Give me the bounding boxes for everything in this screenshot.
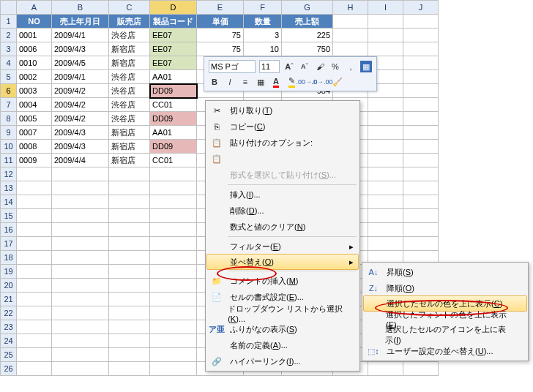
mini-toolbar[interactable]: Aˆ Aˇ 🖌 % , ▦ B I ≡ ▦ A ✎ .00→.0 .0→.00 …	[204, 56, 377, 91]
cell-13-I[interactable]	[368, 181, 403, 195]
col-header-D[interactable]: D	[150, 1, 197, 15]
cell-3-I[interactable]	[368, 42, 403, 56]
cell-2-C[interactable]: 渋谷店	[109, 29, 150, 42]
cell-2-J[interactable]	[403, 29, 439, 42]
cell-3-A[interactable]: 0006	[17, 42, 52, 56]
cell-7-A[interactable]: 0004	[17, 98, 52, 112]
cell-1-E[interactable]: 単価	[197, 15, 244, 29]
row-header-15[interactable]: 15	[1, 209, 17, 223]
cell-3-F[interactable]: 10	[244, 42, 282, 56]
cell-22-C[interactable]	[109, 306, 150, 320]
cell-7-D[interactable]: CC01	[150, 98, 197, 112]
cell-26-J[interactable]	[403, 362, 439, 376]
menu-item-3[interactable]: 📋	[207, 151, 358, 167]
cell-16-A[interactable]	[17, 223, 52, 237]
row-header-4[interactable]: 4	[1, 56, 17, 70]
cell-2-I[interactable]	[368, 29, 403, 42]
cell-17-I[interactable]	[368, 237, 403, 251]
cell-3-H[interactable]	[333, 42, 368, 56]
cell-2-H[interactable]	[333, 29, 368, 42]
cell-2-G[interactable]: 225	[282, 29, 333, 42]
cell-14-B[interactable]	[52, 195, 109, 209]
cell-16-B[interactable]	[52, 223, 109, 237]
shrink-font-icon[interactable]: Aˇ	[299, 61, 310, 72]
cell-14-C[interactable]	[109, 195, 150, 209]
cell-22-A[interactable]	[17, 306, 52, 320]
cell-9-C[interactable]: 新宿店	[109, 126, 150, 140]
cell-22-D[interactable]	[150, 306, 197, 320]
cell-24-A[interactable]	[17, 334, 52, 348]
cell-10-A[interactable]: 0008	[17, 140, 52, 154]
cell-10-I[interactable]	[368, 140, 403, 154]
cell-16-J[interactable]	[403, 223, 439, 237]
cell-19-A[interactable]	[17, 265, 52, 279]
row-header-8[interactable]: 8	[1, 112, 17, 126]
menu-item-17[interactable]: 名前の定義(A)...	[207, 337, 358, 353]
col-header-E[interactable]: E	[197, 1, 244, 15]
menu-item-7[interactable]: 削除(D)...	[207, 203, 358, 219]
clear-icon[interactable]: 🧹	[332, 76, 343, 88]
cell-1-G[interactable]: 売上額	[282, 15, 333, 29]
cell-26-D[interactable]	[150, 362, 197, 376]
row-header-16[interactable]: 16	[1, 223, 17, 237]
cell-1-I[interactable]	[368, 15, 403, 29]
col-header-A[interactable]: A	[17, 1, 52, 15]
row-header-21[interactable]: 21	[1, 293, 17, 306]
cell-7-J[interactable]	[403, 98, 439, 112]
border-icon[interactable]: ▦	[255, 76, 266, 88]
cell-15-I[interactable]	[368, 209, 403, 223]
cell-9-J[interactable]	[403, 126, 439, 140]
cell-4-C[interactable]: 新宿店	[109, 56, 150, 70]
cell-18-B[interactable]	[52, 251, 109, 265]
cell-5-A[interactable]: 0002	[17, 70, 52, 84]
cell-26-C[interactable]	[109, 362, 150, 376]
row-header-1[interactable]: 1	[1, 15, 17, 29]
cell-19-D[interactable]	[150, 265, 197, 279]
cell-2-B[interactable]: 2009/4/1	[52, 29, 109, 42]
cell-16-C[interactable]	[109, 223, 150, 237]
menu-item-16[interactable]: ア亜ふりがなの表示(S)	[207, 321, 358, 337]
cell-10-D[interactable]: DD09	[150, 140, 197, 154]
col-header-G[interactable]: G	[282, 1, 333, 15]
col-header-C[interactable]: C	[109, 1, 150, 15]
cell-22-B[interactable]	[52, 306, 109, 320]
cell-2-F[interactable]: 3	[244, 29, 282, 42]
cell-5-C[interactable]: 渋谷店	[109, 70, 150, 84]
cell-12-A[interactable]	[17, 167, 52, 181]
cell-2-E[interactable]: 75	[197, 29, 244, 42]
cell-24-B[interactable]	[52, 334, 109, 348]
menu-item-0[interactable]: A↓昇順(S)	[364, 264, 526, 280]
cell-10-C[interactable]: 新宿店	[109, 140, 150, 154]
menu-item-15[interactable]: ドロップダウン リストから選択(K)...	[207, 305, 358, 321]
col-header-I[interactable]: I	[368, 1, 403, 15]
cell-11-D[interactable]: CC01	[150, 154, 197, 167]
sort-submenu[interactable]: A↓昇順(S)Z↓降順(O)選択したセルの色を上に表示(C)選択したフォントの色…	[362, 262, 529, 361]
cell-3-G[interactable]: 750	[282, 42, 333, 56]
row-header-12[interactable]: 12	[1, 167, 17, 181]
cell-7-C[interactable]: 渋谷店	[109, 98, 150, 112]
cell-17-B[interactable]	[52, 237, 109, 251]
row-header-13[interactable]: 13	[1, 181, 17, 195]
row-header-18[interactable]: 18	[1, 251, 17, 265]
cell-13-B[interactable]	[52, 181, 109, 195]
cell-6-D[interactable]: DD09	[150, 84, 197, 98]
cell-26-I[interactable]	[368, 362, 403, 376]
cell-23-D[interactable]	[150, 320, 197, 334]
row-header-26[interactable]: 26	[1, 362, 17, 376]
cell-7-I[interactable]	[368, 98, 403, 112]
cell-17-J[interactable]	[403, 237, 439, 251]
cell-14-J[interactable]	[403, 195, 439, 209]
row-header-3[interactable]: 3	[1, 42, 17, 56]
cell-12-I[interactable]	[368, 167, 403, 181]
menu-item-13[interactable]: 📁コメントの挿入(M)	[207, 273, 358, 289]
cell-24-D[interactable]	[150, 334, 197, 348]
cell-3-J[interactable]	[403, 42, 439, 56]
menu-item-11[interactable]: 並べ替え(O)▸	[206, 254, 359, 270]
cell-12-B[interactable]	[52, 167, 109, 181]
cell-23-A[interactable]	[17, 320, 52, 334]
format-painter-icon[interactable]: 🖌	[314, 61, 326, 72]
cell-3-C[interactable]: 新宿店	[109, 42, 150, 56]
italic-icon[interactable]: I	[224, 76, 236, 88]
cell-15-D[interactable]	[150, 209, 197, 223]
cell-11-B[interactable]: 2009/4/4	[52, 154, 109, 167]
